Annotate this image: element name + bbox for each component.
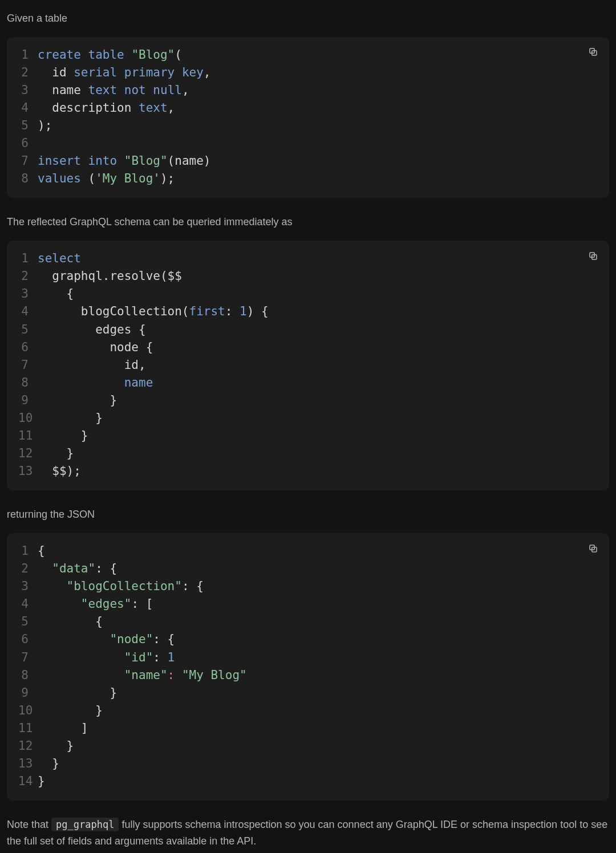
code-text: "name": "My Blog" (38, 667, 598, 684)
line-number: 8 (18, 374, 38, 392)
code-text: "data": { (38, 560, 598, 578)
line-number: 3 (18, 285, 38, 303)
line-number: 8 (18, 170, 38, 188)
code-line: 9 } (18, 392, 598, 409)
code-text: values ('My Blog'); (38, 170, 598, 188)
code-text: "node": { (38, 631, 598, 648)
paragraph-note: Note that pg_graphql fully supports sche… (7, 817, 609, 850)
code-line: 4 description text, (18, 99, 598, 117)
line-number: 7 (18, 152, 38, 170)
code-text (38, 135, 598, 152)
code-line: 5); (18, 117, 598, 135)
line-number: 8 (18, 667, 38, 684)
code-text: id, (38, 356, 598, 374)
code-line: 10 } (18, 409, 598, 427)
line-number: 2 (18, 560, 38, 578)
code-line: 3 "blogCollection": { (18, 578, 598, 595)
code-block-graphql-query: 1select2 graphql.resolve($$3 {4 blogColl… (7, 241, 609, 490)
code-line: 7 id, (18, 356, 598, 374)
line-number: 4 (18, 303, 38, 320)
code-line: 1{ (18, 542, 598, 560)
code-line: 4 "edges": [ (18, 595, 598, 613)
line-number: 5 (18, 613, 38, 631)
code-lines: 1select2 graphql.resolve($$3 {4 blogColl… (18, 250, 598, 480)
code-line: 8 name (18, 374, 598, 392)
code-line: 4 blogCollection(first: 1) { (18, 303, 598, 320)
code-line: 12 } (18, 737, 598, 755)
code-text: "id": 1 (38, 649, 598, 667)
line-number: 10 (18, 702, 38, 720)
copy-icon (588, 251, 598, 263)
line-number: 2 (18, 267, 38, 285)
code-text: description text, (38, 99, 598, 117)
paragraph-intro: Given a table (7, 10, 609, 27)
note-text-pre: Note that (7, 819, 51, 830)
document-content: Given a table 1create table "Blog"(2 id … (0, 0, 616, 853)
code-line: 7insert into "Blog"(name) (18, 152, 598, 170)
code-text: { (38, 613, 598, 631)
line-number: 9 (18, 684, 38, 702)
code-text: blogCollection(first: 1) { (38, 303, 598, 320)
copy-button[interactable] (585, 45, 601, 61)
code-text: name text not null, (38, 82, 598, 99)
code-line: 3 name text not null, (18, 82, 598, 99)
code-text: } (38, 427, 598, 445)
line-number: 10 (18, 409, 38, 427)
code-line: 11 } (18, 427, 598, 445)
code-text: ); (38, 117, 598, 135)
code-lines: 1create table "Blog"(2 id serial primary… (18, 46, 598, 188)
line-number: 1 (18, 46, 38, 64)
code-line: 2 "data": { (18, 560, 598, 578)
code-text: } (38, 755, 598, 773)
line-number: 7 (18, 356, 38, 374)
code-line: 8values ('My Blog'); (18, 170, 598, 188)
copy-icon (588, 543, 598, 555)
code-text: } (38, 773, 598, 790)
code-line: 2 graphql.resolve($$ (18, 267, 598, 285)
copy-icon (588, 47, 598, 59)
code-text: ] (38, 720, 598, 737)
code-line: 12 } (18, 445, 598, 462)
code-line: 1create table "Blog"( (18, 46, 598, 64)
code-text: } (38, 684, 598, 702)
line-number: 1 (18, 542, 38, 560)
line-number: 3 (18, 578, 38, 595)
code-text: create table "Blog"( (38, 46, 598, 64)
code-text: id serial primary key, (38, 64, 598, 82)
code-line: 2 id serial primary key, (18, 64, 598, 82)
code-text: edges { (38, 321, 598, 339)
code-line: 8 "name": "My Blog" (18, 667, 598, 684)
code-line: 6 node { (18, 339, 598, 356)
code-text: } (38, 409, 598, 427)
line-number: 5 (18, 321, 38, 339)
code-text: name (38, 374, 598, 392)
code-block-json-result: 1{2 "data": {3 "blogCollection": {4 "edg… (7, 533, 609, 801)
code-line: 1select (18, 250, 598, 267)
copy-button[interactable] (585, 541, 601, 557)
code-lines: 1{2 "data": {3 "blogCollection": {4 "edg… (18, 542, 598, 790)
code-text: } (38, 445, 598, 462)
line-number: 14 (18, 773, 38, 790)
code-text: $$); (38, 462, 598, 480)
code-line: 13 } (18, 755, 598, 773)
code-text: "edges": [ (38, 595, 598, 613)
code-line: 6 "node": { (18, 631, 598, 648)
code-line: 5 edges { (18, 321, 598, 339)
copy-button[interactable] (585, 249, 601, 265)
code-line: 9 } (18, 684, 598, 702)
code-text: select (38, 250, 598, 267)
line-number: 11 (18, 427, 38, 445)
line-number: 13 (18, 462, 38, 480)
line-number: 11 (18, 720, 38, 737)
line-number: 4 (18, 99, 38, 117)
code-text: { (38, 542, 598, 560)
paragraph-returning: returning the JSON (7, 506, 609, 523)
code-line: 7 "id": 1 (18, 649, 598, 667)
line-number: 5 (18, 117, 38, 135)
code-text: { (38, 285, 598, 303)
code-text: graphql.resolve($$ (38, 267, 598, 285)
line-number: 9 (18, 392, 38, 409)
code-block-sql-create: 1create table "Blog"(2 id serial primary… (7, 37, 609, 198)
line-number: 12 (18, 737, 38, 755)
line-number: 2 (18, 64, 38, 82)
